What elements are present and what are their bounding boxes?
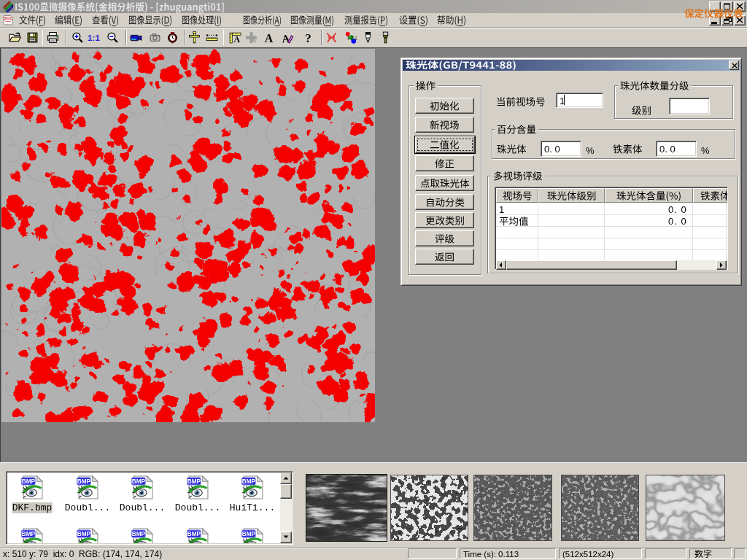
svg-text:DOC: DOC xyxy=(4,16,12,20)
svg-text:1: 1 xyxy=(347,35,349,40)
svg-text:2: 2 xyxy=(351,35,354,40)
svg-text:A: A xyxy=(265,32,274,44)
svg-text:A: A xyxy=(233,35,240,44)
svg-text:3: 3 xyxy=(355,36,357,41)
svg-text:?: ? xyxy=(305,31,311,44)
svg-text:1:1: 1:1 xyxy=(88,33,100,42)
